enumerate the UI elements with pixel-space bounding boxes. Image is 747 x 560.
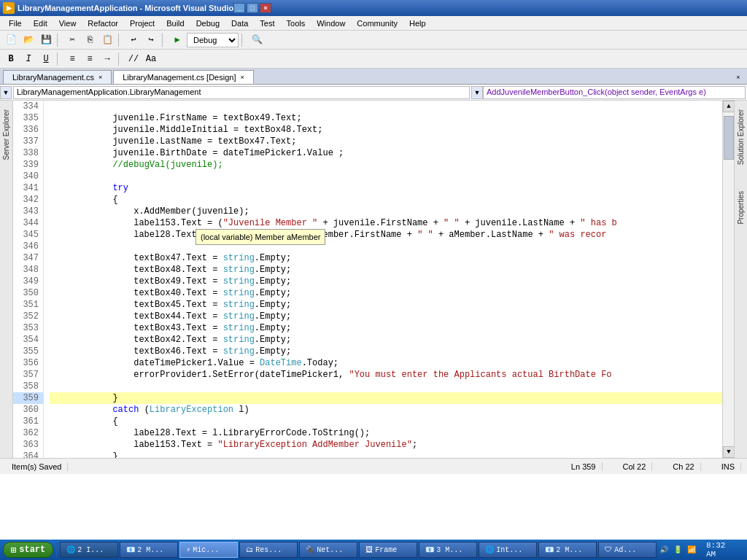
properties-tab[interactable]: Properties <box>735 185 746 230</box>
status-mode: INS <box>716 462 741 471</box>
close-button[interactable]: × <box>260 3 271 13</box>
menu-tools[interactable]: Tools <box>281 18 311 29</box>
menu-window[interactable]: Window <box>311 18 351 29</box>
taskbar-item-8[interactable]: 📧 2 M... <box>538 542 597 558</box>
taskbar-item-1[interactable]: 📧 2 M... <box>120 542 178 558</box>
format-button[interactable]: Aa <box>143 51 159 67</box>
align-left-button[interactable]: ≡ <box>64 51 80 67</box>
new-project-button[interactable]: 📄 <box>3 32 19 48</box>
tray-icon-1[interactable]: 🔊 <box>658 544 669 556</box>
taskbar-item-vs[interactable]: ⚡ Mic... <box>179 542 238 558</box>
code-line-356: dateTimePicker1.Value = DateTime.Today; <box>50 357 722 369</box>
menu-refactor[interactable]: Refactor <box>82 18 124 29</box>
status-ch: Ch 22 <box>667 462 700 471</box>
taskbar-item-7[interactable]: 🌐 Int... <box>479 542 537 558</box>
right-sidebar: Solution Explorer Properties <box>734 101 747 458</box>
class-dropdown-button[interactable]: ▼ <box>0 86 12 99</box>
code-line-364: } <box>50 451 722 458</box>
redo-button[interactable]: ↪ <box>143 32 159 48</box>
maximize-button[interactable]: □ <box>247 3 258 13</box>
menu-data[interactable]: Data <box>225 18 254 29</box>
start-button[interactable]: ▶ <box>169 32 185 48</box>
taskbar-item-9[interactable]: 🛡 Ad... <box>598 542 657 558</box>
tab-librarymanagement-design[interactable]: LibraryManagement.cs [Design] × <box>113 70 254 84</box>
method-dropdown-button[interactable]: ▼ <box>471 86 483 99</box>
taskbar-label-3: Res... <box>255 546 282 554</box>
server-explorer-tab[interactable]: Server Explorer <box>1 104 12 166</box>
scroll-down-button[interactable]: ▼ <box>723 446 734 458</box>
undo-button[interactable]: ↩ <box>125 32 142 48</box>
build-config-dropdown[interactable]: Debug Release <box>187 33 239 47</box>
menu-project[interactable]: Project <box>124 18 160 29</box>
taskbar-icon-9: 🛡 <box>605 545 612 554</box>
code-line-353: textBox43.Text = string.Empty; <box>50 322 722 334</box>
code-line-363: label153.Text = "LibraryException AddMem… <box>50 439 722 451</box>
titlebar: ▶ LibraryManagementApplication - Microso… <box>0 0 747 16</box>
taskbar-item-3[interactable]: 🗂 Res... <box>239 542 298 558</box>
taskbar-tray: 🔊 🔋 📶 8:32 AM <box>658 541 744 559</box>
open-button[interactable]: 📂 <box>20 32 36 48</box>
menu-view[interactable]: View <box>53 18 82 29</box>
taskbar-item-0[interactable]: 🌐 2 I... <box>60 542 118 558</box>
taskbar-icon-8: 📧 <box>545 545 554 554</box>
code-line-347: textBox47.Text = string.Empty; <box>50 252 722 264</box>
taskbar-item-5[interactable]: 🖼 Frame <box>359 542 417 558</box>
vertical-scrollbar[interactable]: ▲ ▼ <box>722 101 734 458</box>
indent-button[interactable]: → <box>99 51 115 67</box>
paste-button[interactable]: 📋 <box>99 32 115 48</box>
code-content[interactable]: juvenile.FirstName = textBox49.Text; juv… <box>44 101 722 458</box>
underline-button[interactable]: U <box>38 51 54 67</box>
solution-explorer-tab[interactable]: Solution Explorer <box>735 104 746 171</box>
menu-build[interactable]: Build <box>160 18 190 29</box>
scroll-thumb[interactable] <box>724 116 734 160</box>
menu-test[interactable]: Test <box>254 18 280 29</box>
code-line-348: textBox48.Text = string.Empty; <box>50 264 722 276</box>
code-line-342: { <box>50 194 722 206</box>
code-line-359: } <box>50 392 722 404</box>
bold-button[interactable]: B <box>3 51 19 67</box>
app-icon: ▶ <box>3 2 15 14</box>
menu-community[interactable]: Community <box>351 18 403 29</box>
taskbar-icon-4: 🔌 <box>306 545 314 554</box>
start-button[interactable]: ⊞ start <box>3 542 53 558</box>
taskbar-icon-vs: ⚡ <box>186 545 190 554</box>
minimize-button[interactable]: _ <box>233 3 245 13</box>
save-button[interactable]: 💾 <box>38 32 54 48</box>
taskbar-label-1: 2 M... <box>137 546 163 554</box>
code-line-335: juvenile.FirstName = textBox49.Text; <box>50 112 722 124</box>
tab-close-1[interactable]: × <box>240 74 244 81</box>
tab-close-0[interactable]: × <box>98 74 102 81</box>
code-line-360: catch (LibraryException l) <box>50 404 722 416</box>
align-center-button[interactable]: ≡ <box>82 51 98 67</box>
code-line-336: juvenile.MiddleInitial = textBox48.Text; <box>50 124 722 136</box>
find-button[interactable]: 🔍 <box>249 32 265 48</box>
scroll-track[interactable] <box>723 112 734 446</box>
code-line-358 <box>50 381 722 392</box>
tab-librarymanagement-cs[interactable]: LibraryManagement.cs × <box>3 70 112 84</box>
italic-button[interactable]: I <box>20 51 36 67</box>
tooltip: (local variable) Member aMember <box>196 229 325 245</box>
copy-button[interactable]: ⎘ <box>82 32 98 48</box>
code-editor[interactable]: 334 335 336 337 338 339 340 341 342 343 … <box>13 101 734 458</box>
taskbar-label-0: 2 I... <box>77 546 104 554</box>
code-line-351: textBox45.Text = string.Empty; <box>50 299 722 311</box>
cut-button[interactable]: ✂ <box>64 32 80 48</box>
taskbar-item-4[interactable]: 🔌 Net... <box>299 542 357 558</box>
menu-edit[interactable]: Edit <box>28 18 53 29</box>
menu-debug[interactable]: Debug <box>190 18 225 29</box>
close-doc-button[interactable]: × <box>732 72 744 84</box>
taskbar-label-9: Ad... <box>614 546 636 554</box>
menu-file[interactable]: File <box>3 18 28 29</box>
taskbar-icon-0: 🌐 <box>66 545 75 554</box>
taskbar-icon-6: 📧 <box>425 545 434 554</box>
status-col: Col 22 <box>617 462 653 471</box>
tray-icon-3[interactable]: 📶 <box>686 544 697 556</box>
status-line: Ln 359 <box>565 462 603 471</box>
taskbar-separator <box>56 542 57 557</box>
taskbar-item-6[interactable]: 📧 3 M... <box>419 542 477 558</box>
code-line-345: label28.Text = ("Adult Member " + aMembe… <box>50 229 722 241</box>
menu-help[interactable]: Help <box>403 18 432 29</box>
comment-button[interactable]: // <box>125 51 142 67</box>
scroll-up-button[interactable]: ▲ <box>723 101 734 112</box>
tray-icon-2[interactable]: 🔋 <box>672 544 683 556</box>
